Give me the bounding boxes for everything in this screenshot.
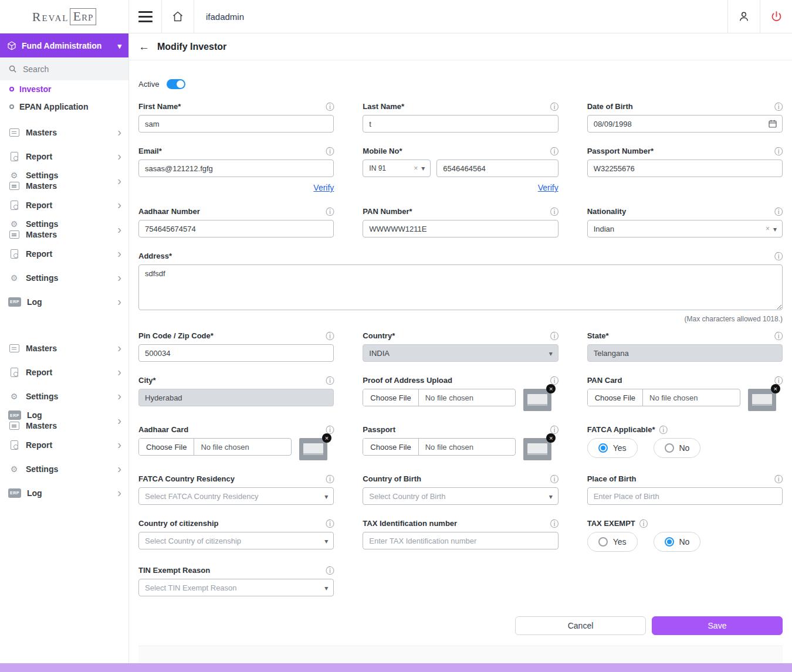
choose-file-button[interactable]: Choose File bbox=[363, 439, 418, 455]
verify-email-link[interactable]: Verify bbox=[313, 183, 334, 192]
chevron-right-icon bbox=[117, 174, 121, 188]
aadhaar-card-thumbnail[interactable] bbox=[299, 438, 327, 460]
module-switcher[interactable]: Fund Administration bbox=[0, 33, 128, 57]
country-of-birth-select[interactable]: Select Country of Birth bbox=[363, 487, 558, 505]
tax-exempt-yes-radio[interactable]: Yes bbox=[587, 532, 638, 552]
calendar-icon[interactable] bbox=[768, 119, 777, 128]
sidebar-item-epan-application[interactable]: EPAN Application bbox=[0, 98, 128, 116]
aadhaar-number-input[interactable] bbox=[138, 220, 334, 237]
tax-exempt-no-radio[interactable]: No bbox=[654, 532, 701, 552]
logout-button[interactable] bbox=[760, 11, 792, 23]
chevron-down-icon bbox=[324, 537, 328, 545]
info-icon bbox=[550, 520, 559, 528]
sidebar-item-investor[interactable]: Investor bbox=[0, 80, 128, 98]
verify-mobile-link[interactable]: Verify bbox=[538, 183, 559, 192]
fatca-country-placeholder: Select FATCA Country Residency bbox=[145, 492, 321, 501]
menu-toggle-button[interactable] bbox=[129, 11, 161, 22]
tax-id-input[interactable] bbox=[363, 532, 558, 549]
country-code-select[interactable]: IN 91 bbox=[363, 159, 431, 177]
sidebar-item-report[interactable]: Report bbox=[0, 433, 128, 457]
state-field: State* bbox=[587, 331, 783, 362]
choose-file-button[interactable]: Choose File bbox=[588, 389, 643, 406]
remove-file-icon[interactable] bbox=[546, 384, 556, 393]
info-icon bbox=[326, 520, 334, 528]
email-input[interactable] bbox=[138, 159, 334, 177]
sidebar-item-report[interactable]: Report bbox=[0, 144, 128, 168]
date-of-birth-label: Date of Birth bbox=[587, 102, 633, 111]
info-icon bbox=[550, 332, 559, 340]
passport-thumbnail[interactable] bbox=[523, 438, 551, 460]
sidebar-item-masters[interactable]: Masters bbox=[0, 336, 128, 360]
cancel-button[interactable]: Cancel bbox=[515, 616, 646, 635]
date-of-birth-input[interactable] bbox=[587, 115, 783, 133]
place-of-birth-input[interactable] bbox=[587, 487, 783, 505]
chevron-down-icon bbox=[117, 41, 121, 50]
sidebar-item-settings[interactable]: Settings bbox=[0, 266, 128, 290]
proof-of-address-file-input[interactable]: Choose File No file chosen bbox=[363, 389, 516, 406]
first-name-input[interactable] bbox=[138, 115, 334, 133]
citizenship-placeholder: Select Country of citizenship bbox=[145, 537, 321, 545]
city-label: City* bbox=[138, 376, 156, 385]
fatca-no-radio[interactable]: No bbox=[654, 438, 701, 458]
sidebar-item-report[interactable]: Report bbox=[0, 193, 128, 217]
info-icon bbox=[326, 332, 334, 340]
sidebar-item-log-masters[interactable]: LogMasters bbox=[0, 408, 128, 433]
radio-label: No bbox=[679, 443, 690, 453]
citizenship-select[interactable]: Select Country of citizenship bbox=[138, 532, 334, 549]
fatca-country-label: FATCA Country Residency bbox=[138, 474, 235, 483]
sidebar-item-settings[interactable]: Settings bbox=[0, 457, 128, 481]
proof-of-address-field: Proof of Address Upload Choose File No f… bbox=[363, 376, 558, 411]
remove-file-icon[interactable] bbox=[546, 433, 556, 443]
sidebar-item-settings[interactable]: Settings bbox=[0, 384, 128, 408]
sidebar-search[interactable]: Search bbox=[0, 57, 128, 80]
citizenship-label: Country of citizenship bbox=[138, 519, 219, 528]
masters-icon bbox=[8, 230, 20, 239]
fatca-country-select[interactable]: Select FATCA Country Residency bbox=[138, 487, 334, 505]
chevron-down-icon bbox=[549, 349, 553, 358]
tin-exempt-reason-field: TIN Exempt Reason Select TIN Exempt Reas… bbox=[138, 566, 334, 596]
back-button[interactable] bbox=[138, 41, 150, 52]
active-toggle[interactable] bbox=[167, 79, 185, 89]
report-icon bbox=[8, 368, 20, 377]
nationality-select[interactable]: Indian bbox=[587, 220, 783, 237]
country-value: INDIA bbox=[369, 349, 545, 358]
mobile-input[interactable] bbox=[436, 159, 558, 177]
clear-icon[interactable] bbox=[766, 225, 770, 233]
pan-card-thumbnail[interactable] bbox=[748, 389, 776, 411]
info-icon bbox=[326, 103, 334, 111]
profile-button[interactable] bbox=[728, 11, 760, 22]
save-button[interactable]: Save bbox=[652, 616, 783, 635]
passport-file-input[interactable]: Choose File No file chosen bbox=[363, 438, 516, 456]
sidebar-menu-gap bbox=[0, 314, 128, 336]
sidebar-item-masters[interactable]: Masters bbox=[0, 120, 128, 144]
sidebar-item-log[interactable]: Log bbox=[0, 481, 128, 505]
country-select[interactable]: INDIA bbox=[363, 344, 558, 362]
last-name-input[interactable] bbox=[363, 115, 558, 133]
sidebar-item-report[interactable]: Report bbox=[0, 360, 128, 384]
proof-of-address-thumbnail[interactable] bbox=[523, 389, 551, 411]
passport-number-input[interactable] bbox=[587, 159, 783, 177]
passport-field: Passport Choose File No file chosen bbox=[363, 425, 558, 460]
country-field: Country* INDIA bbox=[363, 331, 558, 362]
chevron-right-icon bbox=[117, 198, 121, 212]
choose-file-button[interactable]: Choose File bbox=[363, 389, 418, 406]
sidebar-item-settings-masters[interactable]: SettingsMasters bbox=[0, 168, 128, 193]
address-input[interactable]: sdfsdf bbox=[138, 264, 783, 310]
sidebar-item-settings-masters[interactable]: SettingsMasters bbox=[0, 217, 128, 242]
aadhaar-card-file-input[interactable]: Choose File No file chosen bbox=[138, 438, 292, 456]
tin-exempt-reason-select[interactable]: Select TIN Exempt Reason bbox=[138, 579, 334, 596]
pan-number-input[interactable] bbox=[363, 220, 558, 237]
pan-card-file-input[interactable]: Choose File No file chosen bbox=[587, 389, 740, 406]
remove-file-icon[interactable] bbox=[322, 433, 331, 443]
sidebar-item-report[interactable]: Report bbox=[0, 242, 128, 266]
sidebar-item-label: Log bbox=[27, 297, 42, 307]
home-button[interactable] bbox=[162, 11, 194, 22]
sidebar-item-log[interactable]: Log bbox=[0, 290, 128, 314]
sidebar-item-label: Settings bbox=[26, 392, 58, 401]
fatca-yes-radio[interactable]: Yes bbox=[587, 438, 638, 458]
choose-file-button[interactable]: Choose File bbox=[139, 439, 194, 455]
clear-icon[interactable] bbox=[414, 164, 418, 172]
info-icon bbox=[550, 376, 559, 385]
pin-code-input[interactable] bbox=[138, 344, 334, 362]
remove-file-icon[interactable] bbox=[771, 384, 780, 393]
